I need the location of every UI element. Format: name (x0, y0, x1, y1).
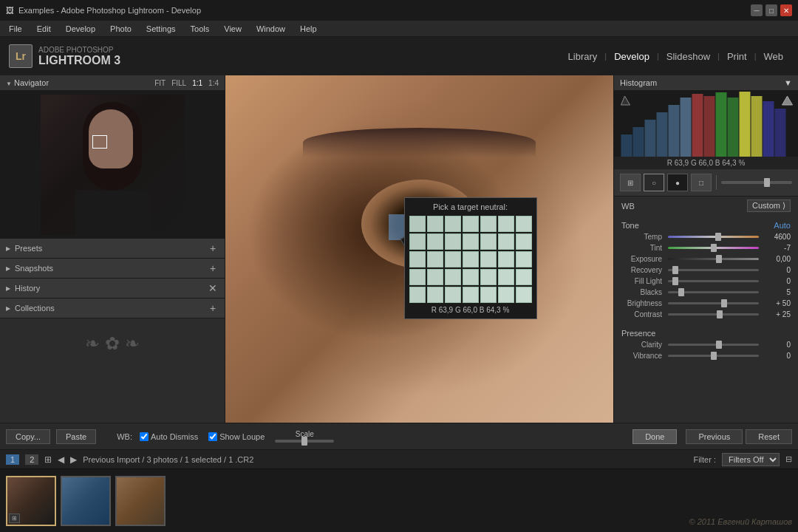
color-cell[interactable] (516, 233, 532, 250)
menu-tools[interactable]: Tools (188, 23, 213, 35)
color-cell[interactable] (498, 287, 514, 303)
slider-track-brightness[interactable] (668, 302, 759, 304)
menu-settings[interactable]: Settings (143, 23, 179, 35)
color-cell[interactable] (463, 233, 479, 250)
color-cell[interactable] (498, 216, 514, 232)
slider-track-recovery[interactable] (668, 269, 759, 271)
slider-track-vibrance[interactable] (668, 355, 759, 357)
filmstrip-prev-icon[interactable]: ◀ (58, 454, 64, 465)
menu-develop[interactable]: Develop (63, 23, 98, 35)
color-cell[interactable] (498, 233, 514, 250)
color-cell[interactable] (498, 251, 514, 267)
tab-library[interactable]: Library (562, 48, 604, 65)
color-cell[interactable] (427, 216, 443, 232)
filmstrip-next-icon[interactable]: ▶ (70, 454, 77, 465)
tool-circle[interactable]: ○ (644, 174, 664, 191)
color-cell[interactable] (445, 251, 461, 267)
zoom-fit[interactable]: FIT (154, 79, 166, 87)
color-cell[interactable] (480, 251, 497, 267)
close-button[interactable]: ✕ (780, 4, 792, 16)
zoom-1to4[interactable]: 1:4 (208, 79, 219, 87)
tab-print[interactable]: Print (721, 48, 753, 65)
color-cell[interactable] (516, 287, 532, 303)
color-cell[interactable] (463, 287, 479, 303)
minimize-button[interactable]: ─ (751, 4, 763, 16)
color-cell[interactable] (480, 287, 497, 303)
tool-grid[interactable]: ⊞ (620, 174, 641, 191)
tool-opacity-slider[interactable] (721, 181, 792, 184)
show-loupe-checkbox[interactable] (208, 432, 217, 441)
filmstrip-thumb-3[interactable] (115, 476, 166, 526)
paste-button[interactable]: Paste (56, 429, 96, 444)
slider-track-fill-light[interactable] (668, 280, 759, 282)
color-cell[interactable] (445, 269, 461, 285)
collections-add-button[interactable]: + (207, 302, 219, 314)
previous-button[interactable]: Previous (686, 429, 743, 444)
reset-button[interactable]: Reset (746, 429, 792, 444)
color-cell[interactable] (427, 233, 443, 250)
color-cell[interactable] (409, 233, 426, 250)
slider-track-tint[interactable] (668, 247, 759, 249)
filmstrip-thumb-2[interactable] (61, 476, 111, 526)
auto-dismiss-checkbox[interactable] (140, 432, 149, 441)
done-button[interactable]: Done (632, 429, 677, 444)
histogram-expand[interactable]: ▼ (784, 78, 792, 87)
menu-edit[interactable]: Edit (34, 23, 54, 35)
color-cell[interactable] (463, 251, 479, 267)
color-cell[interactable] (445, 287, 461, 303)
color-cell[interactable] (409, 269, 426, 285)
color-cell[interactable] (480, 269, 497, 285)
color-cell[interactable] (463, 216, 479, 232)
color-cell[interactable] (427, 269, 443, 285)
scale-slider[interactable] (275, 440, 334, 443)
color-cell[interactable] (463, 269, 479, 285)
zoom-1to1[interactable]: 1:1 (192, 79, 202, 87)
filmstrip-thumb-1[interactable]: ⊞ (6, 476, 56, 526)
slider-track-temp[interactable] (668, 236, 759, 238)
collections-header[interactable]: ▶ Collections + (0, 299, 225, 318)
color-cell[interactable] (409, 287, 426, 303)
color-cell[interactable] (480, 216, 497, 232)
color-cell[interactable] (498, 269, 514, 285)
color-cell[interactable] (445, 216, 461, 232)
color-cell[interactable] (480, 233, 497, 250)
filmstrip-grid-icon[interactable]: ⊞ (44, 454, 52, 465)
color-cell[interactable] (516, 216, 532, 232)
slider-track-contrast[interactable] (668, 313, 759, 316)
history-clear-button[interactable]: ✕ (207, 282, 219, 294)
color-cell[interactable] (409, 251, 426, 267)
color-cell[interactable] (516, 251, 532, 267)
snapshots-add-button[interactable]: + (207, 262, 219, 274)
color-cell[interactable] (427, 287, 443, 303)
presets-add-button[interactable]: + (207, 242, 219, 254)
tool-square[interactable]: □ (691, 174, 712, 191)
maximize-button[interactable]: □ (765, 4, 777, 16)
filmstrip-num-1[interactable]: 1 (6, 454, 19, 465)
presets-header[interactable]: ▶ Presets + (0, 239, 225, 258)
slider-track-clarity[interactable] (668, 344, 759, 346)
tone-auto-button[interactable]: Auto (774, 221, 791, 230)
menu-help[interactable]: Help (297, 23, 320, 35)
menu-view[interactable]: View (221, 23, 245, 35)
tab-develop[interactable]: Develop (608, 48, 655, 65)
color-cell[interactable] (516, 269, 532, 285)
color-cell[interactable] (427, 251, 443, 267)
slider-track-blacks[interactable] (668, 291, 759, 293)
filmstrip-display-options[interactable]: ⊟ (785, 454, 792, 464)
tool-circle-filled[interactable]: ● (667, 174, 688, 191)
wb-value-dropdown[interactable]: Custom ⟩ (747, 200, 791, 212)
menu-window[interactable]: Window (253, 23, 288, 35)
snapshots-header[interactable]: ▶ Snapshots + (0, 259, 225, 278)
history-header[interactable]: ▶ History ✕ (0, 279, 225, 298)
slider-track-exposure[interactable] (668, 258, 759, 260)
color-grid[interactable] (409, 216, 532, 303)
menu-file[interactable]: File (6, 23, 25, 35)
tab-web[interactable]: Web (758, 48, 790, 65)
filter-select[interactable]: Filters Off (722, 453, 780, 466)
tab-slideshow[interactable]: Slideshow (661, 48, 716, 65)
filmstrip-num-2[interactable]: 2 (25, 454, 38, 465)
color-cell[interactable] (445, 233, 461, 250)
copy-button[interactable]: Copy... (6, 429, 50, 444)
zoom-fill[interactable]: FILL (171, 79, 186, 87)
menu-photo[interactable]: Photo (107, 23, 134, 35)
